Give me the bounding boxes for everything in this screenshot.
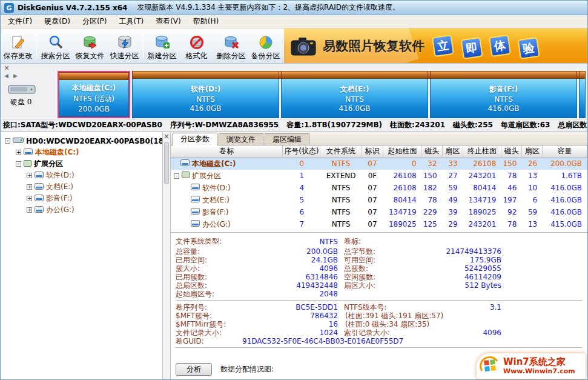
partition-detail-panel: 分区参数 浏览文件 扇区编辑 卷标 序号(状态) 文件系统 标识 起始柱面 磁头… <box>171 132 587 379</box>
tree-item-extended-partition[interactable]: - 扩展分区 <box>1 158 162 170</box>
table-row-g[interactable]: 办公(G:) 7 NTFS 07 189025 125 29 243201 78… <box>171 218 587 230</box>
th-id[interactable]: 标识 <box>362 145 383 157</box>
th-start-head[interactable]: 磁头 <box>422 145 443 157</box>
ad-banner[interactable]: 易数照片恢复软件 立 即 体 验 <box>284 28 587 63</box>
backup-partition-button[interactable]: 备份分区 <box>248 28 283 63</box>
th-start-sector[interactable]: 扇区 <box>443 145 463 157</box>
extended-partition-container: 软件(D:) NTFS 416.0GB 文档(E:) NTFS 416.0GB <box>132 71 586 118</box>
cell-end-cylinder: 26108 <box>463 158 502 170</box>
table-row-f[interactable]: 影音(F:) 6 NTFS 07 134719 229 39 189025 92… <box>171 206 587 218</box>
delete-partition-icon <box>223 34 239 51</box>
tab-partition-params[interactable]: 分区参数 <box>173 133 217 145</box>
drive-icon <box>191 182 200 194</box>
expand-icon[interactable]: + <box>27 173 32 178</box>
close-tree-icon[interactable]: × <box>163 132 170 141</box>
cell-end-cylinder: 243201 <box>463 170 502 182</box>
disk-label[interactable]: 硬盘 0 <box>10 97 31 107</box>
ad-cta-char[interactable]: 立 <box>432 35 454 57</box>
svg-text:G: G <box>6 4 12 12</box>
disk-heads: 磁头数:255 <box>453 120 493 130</box>
cell-end-sector: 13 <box>522 218 543 230</box>
table-row-c[interactable]: 本地磁盘(C:) 0 NTFS 07 0 32 33 26108 150 26 … <box>171 158 587 170</box>
delete-partition-button[interactable]: 删除分区 <box>214 28 248 63</box>
tab-sector-edit[interactable]: 扇区编辑 <box>265 133 309 145</box>
detail-row-volume-serial: 卷序列号:BC5E-5DD1 NTFS版本号:3.1 <box>176 303 583 312</box>
expand-icon[interactable]: + <box>27 196 32 201</box>
search-partition-button[interactable]: 搜索分区 <box>38 28 73 63</box>
cell-id: 07 <box>362 158 383 170</box>
partition-block-g-partial[interactable] <box>579 71 586 118</box>
divider <box>171 232 587 233</box>
drive-icon <box>35 183 44 192</box>
menu-help[interactable]: 帮助(H) <box>187 15 225 28</box>
tree-item-drive-d[interactable]: + 软件(D:) <box>1 170 162 181</box>
menu-partition[interactable]: 分区(P) <box>76 15 113 28</box>
window-title: DiskGenius V4.7.2.155 x64 <box>18 4 127 12</box>
analyze-button[interactable]: 分析 <box>176 363 212 376</box>
close-panel-icon[interactable]: × <box>4 64 10 72</box>
save-changes-button[interactable]: 保存更改 <box>1 28 35 63</box>
expand-icon[interactable]: + <box>16 150 21 155</box>
cell-end-sector: 6 <box>522 194 543 206</box>
cell-seq: 0 <box>283 158 320 170</box>
tree-item-drive-e[interactable]: + 文档(E:) <box>1 181 162 193</box>
partition-block-f[interactable]: 影音(F:) NTFS 416.0GB <box>430 71 577 118</box>
collapse-icon[interactable]: - <box>16 161 21 167</box>
recover-files-button[interactable]: 恢复文件 <box>73 28 107 63</box>
ad-cta-char[interactable]: 验 <box>517 37 540 59</box>
new-partition-button[interactable]: 新建分区 <box>145 28 179 63</box>
partition-block-e[interactable]: 文档(E:) NTFS 416.0GB <box>281 71 428 118</box>
tree-item-label: 本地磁盘(C:) <box>35 147 79 158</box>
cell-id: 07 <box>362 206 383 218</box>
ad-cta-char[interactable]: 体 <box>489 35 511 57</box>
cell-start-sector: 59 <box>443 182 463 194</box>
tab-browse-files[interactable]: 浏览文件 <box>219 133 263 145</box>
tree-item-hd0[interactable]: - HD0:WDCWD20EARX-00PASB0(1863GB) <box>1 135 162 147</box>
tree-item-drive-f[interactable]: + 影音(F:) <box>1 193 162 204</box>
expand-icon[interactable]: + <box>27 184 32 190</box>
quick-partition-button[interactable]: 快速分区 <box>107 28 142 63</box>
tab-bar: 分区参数 浏览文件 扇区编辑 <box>171 132 587 145</box>
tree-item-local-disk-c[interactable]: + 本地磁盘(C:) <box>1 147 162 158</box>
th-capacity[interactable]: 容量 <box>543 145 587 157</box>
toolbar-button-label: 新建分区 <box>148 52 177 59</box>
save-icon <box>10 34 26 51</box>
th-seq-status[interactable]: 序号(状态) <box>283 145 320 157</box>
partition-block-d[interactable]: 软件(D:) NTFS 416.0GB <box>132 71 279 118</box>
table-row-d[interactable]: 软件(D:) 4 NTFS 07 26108 182 59 80414 46 1… <box>171 182 587 194</box>
cell-start-sector: 49 <box>443 194 463 206</box>
menu-disk[interactable]: 硬盘(D) <box>38 15 76 28</box>
menu-tools[interactable]: 工具(T) <box>113 15 150 28</box>
cell-seq: 7 <box>283 218 320 230</box>
tree-scrollbar[interactable]: × <box>163 132 171 379</box>
cell-end-sector: 26 <box>522 158 543 170</box>
menu-file[interactable]: 文件(F) <box>2 15 38 28</box>
th-end-cylinder[interactable]: 终止柱面 <box>463 145 502 157</box>
th-end-sector[interactable]: 扇区 <box>522 145 543 157</box>
th-end-head[interactable]: 磁头 <box>501 145 522 157</box>
menu-view[interactable]: 查看(V) <box>150 15 187 28</box>
table-row-e[interactable]: 文档(E:) 5 NTFS 07 80414 78 49 134719 197 … <box>171 194 587 206</box>
cell-start-sector: 33 <box>443 158 463 170</box>
menu-bar: 文件(F) 硬盘(D) 分区(P) 工具(T) 查看(V) 帮助(H) <box>1 15 587 28</box>
toolbar-button-label: 搜索分区 <box>41 52 70 59</box>
tree-item-drive-g[interactable]: + 办公(G:) <box>1 204 162 216</box>
collapse-icon[interactable]: - <box>5 138 10 144</box>
disk-sectors-per-track: 每道扇区数:63 <box>501 120 550 130</box>
format-button[interactable]: 格式化 <box>179 28 214 63</box>
collapse-icon[interactable]: - <box>174 173 179 179</box>
cell-filesystem: NTFS <box>320 218 362 230</box>
scrollbar-thumb[interactable] <box>164 142 169 184</box>
table-row-extended[interactable]: - 扩展分区 1 EXTEND 0F 26108 150 27 243201 7… <box>171 170 587 182</box>
partition-block-c[interactable]: 本地磁盘(C:) NTFS (活动) 200.0GB <box>58 71 130 118</box>
th-filesystem[interactable]: 文件系统 <box>320 145 362 157</box>
cell-filesystem: NTFS <box>320 182 362 194</box>
hdd-icon <box>13 136 24 146</box>
ad-cta-char[interactable]: 即 <box>460 37 483 59</box>
camera-icon <box>290 35 317 57</box>
next-disk-icon[interactable]: ▶ <box>13 73 18 79</box>
prev-disk-icon[interactable]: ◀ <box>4 73 8 79</box>
th-volume-label[interactable]: 卷标 <box>171 145 283 157</box>
expand-icon[interactable]: + <box>27 207 32 213</box>
th-start-cylinder[interactable]: 起始柱面 <box>383 145 422 157</box>
